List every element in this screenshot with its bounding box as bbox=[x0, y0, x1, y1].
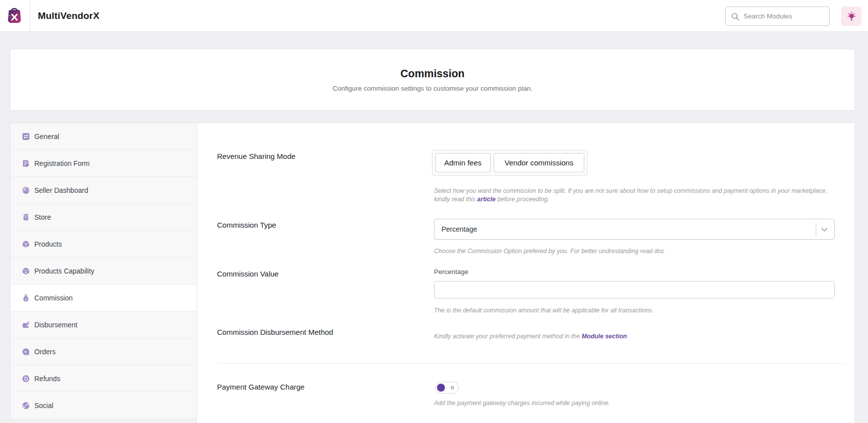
sidebar-item-label: Social bbox=[34, 402, 53, 410]
sidebar-item-seller-dashboard[interactable]: Seller Dashboard bbox=[10, 177, 197, 204]
sidebar-item-label: Refunds bbox=[34, 375, 60, 383]
page-header-banner: Commission Configure commission settings… bbox=[10, 49, 855, 111]
disbursement-method-help: Kindly activate your preferred payment m… bbox=[434, 332, 827, 341]
header-divider bbox=[30, 0, 30, 32]
toggle-dot bbox=[451, 386, 454, 389]
commission-type-help: Choose the Commission Option prefered by… bbox=[434, 247, 827, 256]
chat-bubble-icon bbox=[22, 348, 30, 356]
sidebar-item-label: Orders bbox=[34, 348, 56, 356]
disbursement-method-label: Commission Disbursement Method bbox=[217, 328, 333, 336]
revenue-sharing-mode-label: Revenue Sharing Mode bbox=[217, 152, 296, 160]
sidebar-item-clipped bbox=[10, 419, 197, 423]
sidebar-item-label: General bbox=[34, 133, 59, 141]
sidebar-item-registration-form[interactable]: Registration Form bbox=[10, 150, 197, 177]
cube-icon bbox=[22, 240, 30, 248]
cube-dot-icon bbox=[22, 267, 30, 275]
lightbulb-icon bbox=[847, 11, 857, 22]
commission-value-help: The is the default commission amount tha… bbox=[434, 306, 827, 315]
article-link[interactable]: article bbox=[477, 196, 496, 203]
sliders-icon bbox=[22, 133, 30, 141]
whats-new-button[interactable] bbox=[841, 6, 862, 26]
sidebar-item-social[interactable]: Social bbox=[10, 392, 197, 419]
link-icon bbox=[22, 402, 30, 410]
sidebar-item-commission[interactable]: $ Commission bbox=[10, 284, 197, 311]
percentage-sublabel: Percentage bbox=[434, 268, 468, 276]
sidebar-item-products-capability[interactable]: Products Capability bbox=[10, 258, 197, 284]
vendor-commissions-button[interactable]: Vendor commissions bbox=[494, 153, 584, 172]
sidebar-item-label: Store bbox=[34, 213, 51, 221]
sidebar-item-label: Seller Dashboard bbox=[34, 186, 88, 194]
settings-card: General Registration Form Seller Dashboa… bbox=[10, 123, 855, 423]
sidebar-item-label: Commission bbox=[34, 294, 73, 302]
svg-text:$: $ bbox=[25, 297, 27, 301]
commission-value-input[interactable] bbox=[434, 281, 835, 298]
sidebar-item-label: Products Capability bbox=[34, 267, 95, 275]
sidebar-item-label: Registration Form bbox=[34, 159, 90, 167]
commission-type-select[interactable]: Percentage bbox=[434, 219, 835, 240]
select-separator bbox=[816, 224, 816, 236]
app-title: MultiVendorX bbox=[38, 0, 100, 32]
select-value: Percentage bbox=[441, 219, 477, 239]
search-icon bbox=[731, 12, 740, 21]
multivendorx-logo-icon bbox=[4, 4, 26, 27]
revenue-sharing-help: Select how you want the commission to be… bbox=[434, 187, 827, 204]
search-input[interactable] bbox=[744, 7, 827, 25]
sidebar-item-disbursement[interactable]: Disbursement bbox=[10, 311, 197, 338]
sidebar-item-refunds[interactable]: Refunds bbox=[10, 365, 197, 392]
sidebar-item-products[interactable]: Products bbox=[10, 231, 197, 258]
money-bag-icon: $ bbox=[22, 294, 30, 302]
help-text: Kindly activate your preferred payment m… bbox=[434, 333, 582, 340]
sidebar-item-label: Disbursement bbox=[34, 321, 77, 329]
chevron-down-icon bbox=[821, 228, 828, 232]
payment-gateway-toggle[interactable] bbox=[435, 382, 459, 394]
top-bar: MultiVendorX bbox=[0, 0, 868, 32]
help-text: before proceeding. bbox=[496, 196, 549, 203]
commission-value-label: Commission Value bbox=[217, 270, 279, 278]
revenue-sharing-button-group: Admin fees Vendor commissions bbox=[432, 150, 587, 175]
wallet-icon bbox=[22, 321, 30, 329]
page-subtitle: Configure commission settings to customi… bbox=[332, 85, 532, 92]
sidebar-item-orders[interactable]: Orders bbox=[10, 338, 197, 365]
store-icon bbox=[22, 213, 30, 221]
form-icon bbox=[22, 159, 30, 167]
page-title: Commission bbox=[400, 68, 464, 80]
payment-gateway-charge-label: Payment Gateway Charge bbox=[217, 383, 305, 391]
module-section-link[interactable]: Module section bbox=[582, 333, 627, 340]
row-divider bbox=[217, 363, 847, 364]
refund-arrow-icon bbox=[22, 375, 30, 383]
sidebar-item-store[interactable]: Store bbox=[10, 204, 197, 231]
commission-type-label: Commission Type bbox=[217, 221, 276, 229]
sidebar-item-general[interactable]: General bbox=[10, 123, 197, 150]
search-module-box bbox=[725, 6, 830, 26]
sidebar-item-label: Products bbox=[34, 240, 62, 248]
gauge-icon bbox=[22, 186, 30, 194]
admin-fees-button[interactable]: Admin fees bbox=[435, 153, 491, 172]
settings-sidebar: General Registration Form Seller Dashboa… bbox=[10, 123, 197, 423]
payment-gateway-help: Add the payment gateway charges incurred… bbox=[434, 399, 827, 408]
toggle-knob bbox=[437, 384, 445, 392]
